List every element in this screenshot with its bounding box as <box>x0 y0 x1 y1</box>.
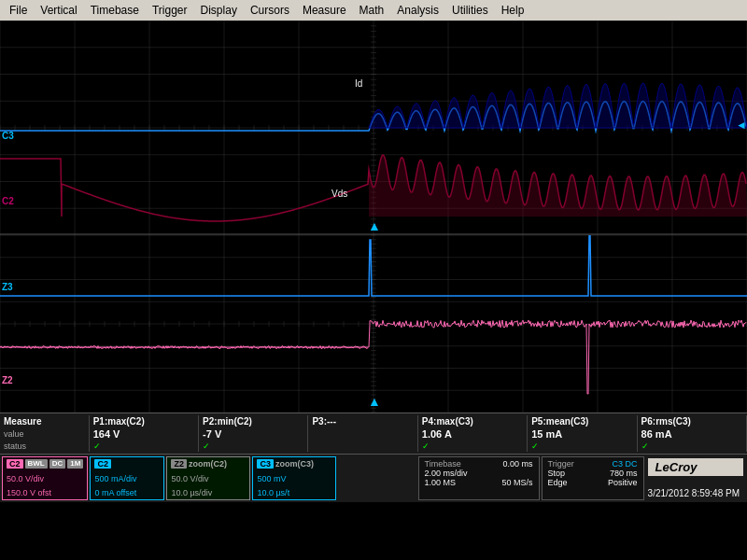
meas-p1: P1:max(C2) 164 V ✓ <box>90 415 199 452</box>
c2-current-block: C2 500 mA/div 0 mA offset <box>90 456 164 500</box>
tb-tdiv-val: 2.00 ms/div <box>425 469 468 478</box>
z2-info-block: Z2 zoom(C2) 50.0 V/div 10.0 µs/div <box>166 456 250 500</box>
lecroy-logo: LeCroy <box>648 458 743 476</box>
tb-delay-val: 0.00 ms <box>503 459 533 469</box>
tb-samples-val: 1.00 MS <box>425 478 457 487</box>
menu-display[interactable]: Display <box>195 2 243 19</box>
zoom-c3-tdiv: 10.0 µs/t <box>257 488 331 497</box>
meas-p2: P2:min(C2) -7 V ✓ <box>199 415 308 452</box>
trig-level-val: 780 ms <box>610 469 638 478</box>
tb-samplerate-val: 50 MS/s <box>502 478 533 487</box>
z2-tag: Z2 <box>171 459 187 469</box>
z2-tdiv: 10.0 µs/div <box>171 488 246 497</box>
menu-math[interactable]: Math <box>354 2 390 19</box>
z2-zoom-label: zoom(C2) <box>189 459 227 469</box>
channel-info-bar: C2 BWL DC 1M 50.0 V/div 150.0 V ofst C2 … <box>0 454 747 502</box>
zoom-c3-tag: C3 <box>257 459 274 469</box>
c2-ma-offset: 0 mA offset <box>94 488 160 497</box>
menu-timebase[interactable]: Timebase <box>85 2 145 19</box>
menu-analysis[interactable]: Analysis <box>391 2 444 19</box>
c2-im-tag: 1M <box>67 459 83 469</box>
c2b-tag: C2 <box>94 459 111 469</box>
meas-p6: P6:rms(C3) 86 mA ✓ <box>638 415 747 452</box>
z3-label: Z3 <box>2 282 13 292</box>
measurement-bar: Measure value status P1:max(C2) 164 V ✓ … <box>0 413 747 454</box>
zoom-c3-block: C3 zoom(C3) 500 mV 10.0 µs/t <box>252 456 336 500</box>
menu-measure[interactable]: Measure <box>297 2 352 19</box>
trig-type-val: Edge <box>548 478 568 487</box>
menu-utilities[interactable]: Utilities <box>446 2 494 19</box>
lower-trace-canvas <box>0 235 747 413</box>
scope-display: C3 C2 Z3 Z2 Id Vds ▲ ▲ ◄ <box>0 21 747 413</box>
c2-bwl-tag: BWL <box>25 459 48 469</box>
c3-label: C3 <box>2 131 14 141</box>
c2-ma-div: 500 mA/div <box>94 474 160 483</box>
menu-vertical[interactable]: Vertical <box>35 2 82 19</box>
trigger-marker: ▲ <box>368 218 381 233</box>
datetime-display: 3/21/2012 8:59:48 PM <box>648 488 743 498</box>
c2-info-block: C2 BWL DC 1M 50.0 V/div 150.0 V ofst <box>2 456 88 500</box>
c3-right-arrow: ◄ <box>736 119 747 132</box>
meas-p3: P3:--- <box>308 415 417 452</box>
menu-help[interactable]: Help <box>496 2 530 19</box>
z2-vdiv: 50.0 V/div <box>171 474 246 483</box>
c2-dc-tag: DC <box>49 459 66 469</box>
trig-slope-val: Positive <box>608 478 638 487</box>
vds-signal-label: Vds <box>331 189 347 199</box>
menu-bar: File Vertical Timebase Trigger Display C… <box>0 0 747 21</box>
tb-delay-label: Timebase <box>425 459 461 469</box>
c2-offset: 150.0 V ofst <box>7 488 83 497</box>
meas-p5: P5:mean(C3) 15 mA ✓ <box>528 415 637 452</box>
zoom-c3-vdiv: 500 mV <box>257 474 331 483</box>
menu-trigger[interactable]: Trigger <box>147 2 193 19</box>
menu-file[interactable]: File <box>4 2 33 19</box>
c2-vdiv: 50.0 V/div <box>7 474 83 483</box>
trig-ch-label: C3 DC <box>613 459 638 469</box>
zoom-c3-label: zoom(C3) <box>275 459 314 469</box>
id-signal-label: Id <box>355 78 362 89</box>
trigger-marker-2: ▲ <box>368 394 381 409</box>
c2-tag: C2 <box>7 459 23 469</box>
c2-label: C2 <box>2 196 14 206</box>
timebase-block: Timebase 0.00 ms 2.00 ms/div 1.00 MS 50 … <box>418 456 540 500</box>
meas-p4: P4:max(C3) 1.06 A ✓ <box>418 415 528 452</box>
menu-cursors[interactable]: Cursors <box>245 2 295 19</box>
meas-label-cell: Measure value status <box>0 415 90 452</box>
trig-mode-val: Stop <box>548 469 566 478</box>
z2-label: Z2 <box>2 375 13 385</box>
brand-datetime: LeCroy 3/21/2012 8:59:48 PM <box>646 456 745 500</box>
upper-trace-canvas <box>0 21 747 235</box>
trig-label: Trigger <box>548 459 574 469</box>
trigger-block: Trigger C3 DC Stop 780 ms Edge Positive <box>542 456 644 500</box>
